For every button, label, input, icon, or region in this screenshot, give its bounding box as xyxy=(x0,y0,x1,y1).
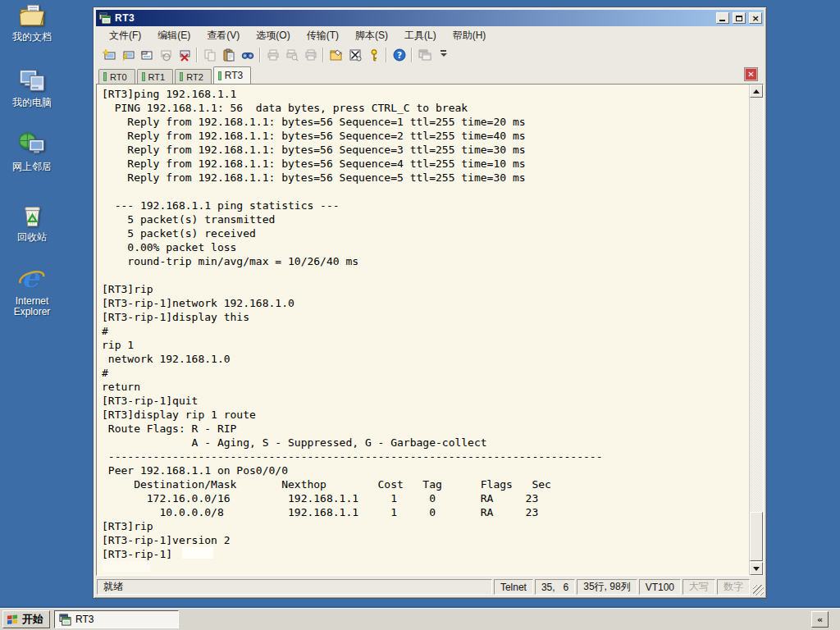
menu-file[interactable]: 文件(F) xyxy=(101,26,149,45)
resize-grip[interactable] xyxy=(753,585,764,596)
menu-options[interactable]: 选项(O) xyxy=(248,26,298,45)
recycle-bin-icon xyxy=(18,200,46,230)
tab-rt2[interactable]: RT2 xyxy=(175,69,212,84)
minimize-button[interactable] xyxy=(716,12,729,24)
menu-bar: 文件(F) 编辑(E) 查看(V) 选项(O) 传输(T) 脚本(S) 工具(L… xyxy=(96,26,764,44)
desktop-icon-internet-explorer[interactable]: e Internet Explorer xyxy=(0,266,64,317)
menu-edit[interactable]: 编辑(E) xyxy=(149,26,199,45)
desktop-icon-recycle-bin[interactable]: 回收站 xyxy=(0,200,64,243)
status-num-lock: 数字 xyxy=(717,579,750,595)
disconnect-icon[interactable] xyxy=(175,46,194,64)
terminal-screen[interactable]: [RT3]ping 192.168.1.1 PING 192.168.1.1: … xyxy=(96,84,764,576)
tab-rt3[interactable]: RT3 xyxy=(213,66,251,84)
start-button[interactable]: 开始 xyxy=(2,610,50,628)
menu-script[interactable]: 脚本(S) xyxy=(347,26,396,45)
terminal-output[interactable]: [RT3]ping 192.168.1.1 PING 192.168.1.1: … xyxy=(98,86,747,575)
window-title: RT3 xyxy=(115,12,713,24)
copy-icon xyxy=(200,46,219,64)
toolbar-separator xyxy=(386,48,387,62)
status-protocol: Telnet xyxy=(494,579,533,595)
status-screen-size: 35行, 98列 xyxy=(577,579,637,595)
tab-close-button[interactable]: ✕ xyxy=(745,68,757,80)
toolbar-overflow-icon[interactable] xyxy=(434,46,453,64)
print-icon xyxy=(263,46,282,64)
taskbar-task-rt3[interactable]: RT3 xyxy=(54,610,179,628)
taskbar: 开始 RT3 « xyxy=(0,608,840,630)
print-preview-icon xyxy=(282,46,301,64)
desktop-icon-label: 我的电脑 xyxy=(0,98,64,108)
tab-rt1[interactable]: RT1 xyxy=(137,69,174,84)
terminal-cursor xyxy=(182,547,213,559)
close-button[interactable]: × xyxy=(749,12,762,24)
scroll-down-button[interactable] xyxy=(750,562,763,575)
menu-transfer[interactable]: 传输(T) xyxy=(299,26,347,45)
quick-connect-icon[interactable] xyxy=(99,46,118,64)
desktop-icon-my-documents[interactable]: 我的文档 xyxy=(0,2,64,43)
desktop: 我的文档 我的电脑 网上邻居 回收站 xyxy=(0,0,840,630)
tray-collapse-button[interactable]: « xyxy=(811,611,829,628)
connect-in-tab-icon[interactable] xyxy=(137,46,156,64)
print-setup-icon xyxy=(301,46,320,64)
desktop-icon-label: 我的文档 xyxy=(0,32,64,43)
terminal-window: RT3 × 文件(F) 编辑(E) 查看(V) 选项(O) 传输(T) 脚本(S… xyxy=(93,7,767,599)
connect-icon[interactable] xyxy=(118,46,137,64)
session-options-icon[interactable] xyxy=(326,46,345,64)
toolbar-separator xyxy=(411,48,413,62)
keymap-options-icon[interactable] xyxy=(345,46,364,64)
status-cursor-position: 35, 6 xyxy=(535,579,575,595)
internet-explorer-icon: e xyxy=(18,266,46,294)
tab-label: RT3 xyxy=(225,70,243,81)
status-emulation: VT100 xyxy=(639,579,681,595)
desktop-icon-network-places[interactable]: 网上邻居 xyxy=(0,130,64,172)
desktop-icon-label: Internet Explorer xyxy=(0,296,64,317)
desktop-icon-label: 网上邻居 xyxy=(0,162,64,172)
status-ready: 就绪 xyxy=(97,579,492,595)
menu-tools[interactable]: 工具(L) xyxy=(396,26,445,45)
terminal-cursor-trail xyxy=(103,561,150,572)
session-tab-bar: RT0 RT1 RT2 RT3 ✕ xyxy=(96,66,764,84)
tab-status-indicator xyxy=(218,71,221,80)
toolbar-separator xyxy=(322,48,324,62)
svg-text:?: ? xyxy=(396,50,401,60)
task-app-icon xyxy=(59,614,71,626)
maximize-button[interactable] xyxy=(733,12,746,24)
tab-label: RT2 xyxy=(186,72,203,82)
status-bar: 就绪 Telnet 35, 6 35行, 98列 VT100 大写 数字 xyxy=(96,576,764,596)
desktop-icon-label: 回收站 xyxy=(0,232,64,243)
reconnect-icon xyxy=(156,46,175,64)
toolbar-separator xyxy=(196,48,198,62)
paste-icon[interactable] xyxy=(219,46,238,64)
app-icon xyxy=(98,11,112,25)
window-titlebar[interactable]: RT3 × xyxy=(96,10,764,26)
tab-status-indicator xyxy=(180,72,183,81)
toolbar-separator xyxy=(259,48,261,62)
network-places-icon xyxy=(17,130,47,159)
tab-label: RT0 xyxy=(110,72,127,82)
find-icon[interactable] xyxy=(238,46,257,64)
tab-label: RT1 xyxy=(148,72,166,82)
my-documents-icon xyxy=(18,2,46,30)
tab-status-indicator xyxy=(103,72,107,81)
tab-status-indicator xyxy=(142,72,145,81)
key-agent-icon[interactable] xyxy=(364,46,383,64)
help-icon[interactable]: ? xyxy=(390,46,409,64)
tab-rt0[interactable]: RT0 xyxy=(98,69,135,84)
scroll-up-button[interactable] xyxy=(750,84,763,98)
menu-view[interactable]: 查看(V) xyxy=(199,26,248,45)
desktop-icon-my-computer[interactable]: 我的电脑 xyxy=(0,66,64,108)
status-caps-lock: 大写 xyxy=(682,579,715,595)
windows-logo-icon xyxy=(7,614,19,625)
app-window-icon xyxy=(415,46,434,64)
scrollbar-thumb[interactable] xyxy=(750,512,763,561)
start-label: 开始 xyxy=(22,612,43,627)
task-label: RT3 xyxy=(75,614,94,625)
menu-help[interactable]: 帮助(H) xyxy=(445,26,495,45)
my-computer-icon xyxy=(17,66,47,95)
toolbar: ? xyxy=(96,44,764,66)
vertical-scrollbar[interactable] xyxy=(749,84,763,575)
